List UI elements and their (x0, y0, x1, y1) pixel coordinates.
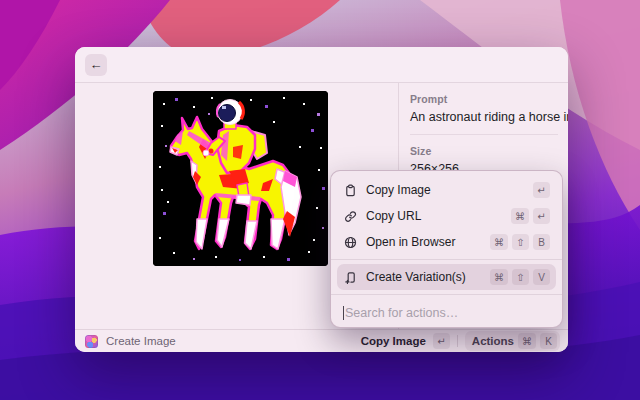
actions-button[interactable]: Actions ⌘ K (465, 331, 560, 351)
menu-item-label: Copy URL (366, 209, 502, 223)
cmd-key-badge: ⌘ (490, 269, 508, 285)
size-label: Size (410, 145, 558, 157)
shift-key-badge: ⇧ (512, 234, 529, 250)
menu-item-label: Copy Image (366, 183, 524, 197)
metadata-separator (410, 134, 558, 135)
window-titlebar: ← (75, 47, 568, 83)
prompt-value: An astronaut riding a horse in… (410, 110, 558, 124)
menu-item-open-in-browser[interactable]: Open in Browser ⌘ ⇧ B (337, 229, 556, 255)
prompt-label: Prompt (410, 93, 558, 105)
k-key-badge: K (540, 333, 557, 349)
back-button[interactable]: ← (85, 54, 107, 76)
app-chip: Create Image (85, 335, 176, 348)
cmd-key-badge: ⌘ (518, 333, 536, 349)
actions-label: Actions (472, 335, 514, 347)
menu-separator (331, 259, 562, 260)
app-name: Create Image (106, 335, 176, 347)
v-key-badge: V (533, 269, 550, 285)
menu-item-copy-image[interactable]: Copy Image ↵ (337, 177, 556, 203)
astronaut-horse-image (153, 91, 328, 266)
back-arrow-icon: ← (90, 57, 103, 72)
menu-item-create-variations[interactable]: Create Variation(s) ⌘ ⇧ V (337, 264, 556, 290)
return-key-badge: ↵ (533, 208, 550, 224)
dalle-app-icon (85, 335, 98, 348)
primary-action-label[interactable]: Copy Image (361, 335, 426, 347)
globe-icon (343, 235, 357, 249)
generated-image-preview (153, 91, 328, 266)
clipboard-icon (343, 183, 357, 197)
menu-item-label: Create Variation(s) (366, 270, 481, 284)
menu-item-copy-url[interactable]: Copy URL ⌘ ↵ (337, 203, 556, 229)
b-key-badge: B (533, 234, 550, 250)
shift-key-badge: ⇧ (512, 269, 529, 285)
metadata-panel: Prompt An astronaut riding a horse in… S… (410, 93, 558, 176)
text-caret (343, 306, 344, 320)
return-key-badge: ↵ (433, 333, 450, 349)
copy-plus-icon (343, 270, 357, 284)
actions-search-input[interactable] (345, 306, 550, 320)
screen: ← (0, 0, 640, 400)
cmd-key-badge: ⌘ (490, 234, 508, 250)
cmd-key-badge: ⌘ (511, 208, 529, 224)
menu-item-label: Open in Browser (366, 235, 481, 249)
menu-separator (331, 294, 562, 295)
actions-search-row (331, 299, 562, 327)
link-icon (343, 209, 357, 223)
status-bar: Create Image Copy Image ↵ Actions ⌘ K (75, 329, 568, 352)
actions-popover: Copy Image ↵ Copy URL ⌘ ↵ (330, 170, 563, 328)
statusbar-separator (457, 335, 458, 347)
return-key-badge: ↵ (533, 182, 550, 198)
